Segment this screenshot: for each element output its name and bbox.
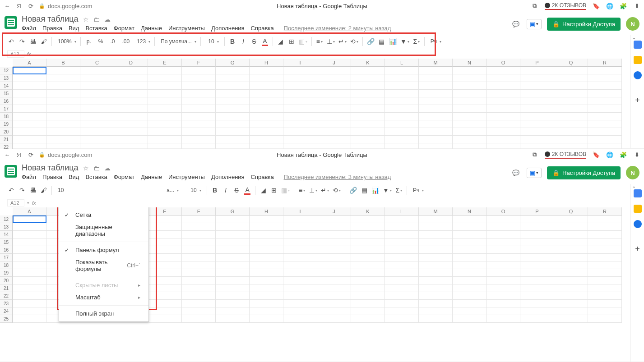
cell[interactable] [486, 120, 520, 128]
cell[interactable] [148, 113, 182, 120]
cell[interactable] [588, 307, 622, 315]
cell[interactable] [13, 223, 46, 231]
cell[interactable] [486, 292, 520, 300]
menu-вид[interactable]: Вид [69, 174, 79, 180]
cell[interactable] [453, 315, 486, 323]
cell[interactable] [351, 120, 385, 128]
cell[interactable] [486, 315, 520, 323]
cell[interactable] [250, 269, 283, 277]
cell[interactable] [588, 292, 622, 300]
cell[interactable] [216, 136, 250, 143]
input-method-dropdown[interactable]: Рч [410, 185, 425, 196]
url-box[interactable]: 🔒 docs.google.com [39, 3, 92, 9]
cell[interactable] [554, 113, 588, 120]
reviews-badge[interactable]: 2К ОТЗЫВОВ [545, 2, 586, 10]
extension-icon[interactable]: 🧩 [620, 151, 627, 158]
cell[interactable] [351, 74, 385, 82]
cell[interactable] [554, 246, 588, 254]
cell[interactable] [385, 143, 419, 149]
format-percent-button[interactable]: % [95, 36, 107, 47]
cell[interactable] [385, 215, 419, 223]
cell[interactable] [554, 128, 588, 136]
cell[interactable] [351, 143, 385, 149]
col-header[interactable]: I [283, 59, 317, 67]
cell[interactable] [588, 143, 622, 149]
rotate-dropdown[interactable]: ⟲ [331, 185, 342, 196]
menu-item-zoom[interactable]: Масштаб▸ [59, 291, 148, 303]
cell[interactable] [588, 300, 622, 307]
cell[interactable] [351, 113, 385, 120]
row-header[interactable]: 17 [0, 105, 13, 113]
cell[interactable] [216, 284, 250, 292]
cell[interactable] [114, 82, 148, 90]
undo-button[interactable]: ↶ [6, 185, 16, 196]
cell[interactable] [520, 254, 554, 261]
download-icon[interactable]: ⬇ [633, 151, 640, 158]
col-header[interactable]: P [520, 59, 554, 67]
cell[interactable] [385, 128, 419, 136]
halign-dropdown[interactable]: ≡ [297, 185, 307, 196]
menu-справка[interactable]: Справка [251, 25, 274, 32]
menu-инструменты[interactable]: Инструменты [168, 25, 205, 32]
fill-color-button[interactable]: ◢ [258, 185, 268, 196]
row-header[interactable]: 15 [0, 238, 13, 246]
cell[interactable] [13, 307, 46, 315]
cell[interactable] [182, 307, 216, 315]
cell[interactable] [453, 307, 486, 315]
cell[interactable] [317, 269, 351, 277]
cell[interactable] [453, 261, 486, 269]
cell[interactable] [554, 82, 588, 90]
cell[interactable] [588, 128, 622, 136]
cell[interactable] [148, 82, 182, 90]
cell[interactable] [148, 120, 182, 128]
cell[interactable] [46, 105, 80, 113]
cell[interactable] [453, 284, 486, 292]
cell[interactable] [317, 277, 351, 284]
cell[interactable] [250, 97, 283, 105]
back-icon[interactable]: ← [4, 151, 11, 158]
cell[interactable] [250, 90, 283, 97]
cell[interactable] [250, 300, 283, 307]
link-button[interactable]: 🔗 [366, 36, 376, 47]
cell[interactable] [419, 143, 453, 149]
globe-icon[interactable]: 🌐 [606, 151, 613, 158]
cell[interactable] [250, 105, 283, 113]
cell[interactable] [588, 215, 622, 223]
cell[interactable] [13, 120, 46, 128]
cell[interactable] [554, 315, 588, 323]
yandex-icon[interactable]: Я [15, 151, 23, 158]
cell[interactable] [520, 246, 554, 254]
cell[interactable] [419, 215, 453, 223]
cell[interactable] [182, 120, 216, 128]
redo-button[interactable]: ↷ [17, 185, 27, 196]
chart-button[interactable]: 📊 [370, 185, 380, 196]
font-size-dropdown[interactable]: 10 [204, 36, 222, 47]
cell[interactable] [317, 261, 351, 269]
row-header[interactable]: 18 [0, 113, 13, 120]
cell[interactable] [419, 82, 453, 90]
cell[interactable] [216, 120, 250, 128]
cell[interactable] [317, 238, 351, 246]
cell[interactable] [385, 292, 419, 300]
cell[interactable] [182, 136, 216, 143]
cell[interactable] [520, 97, 554, 105]
cell[interactable] [317, 97, 351, 105]
cell[interactable] [250, 277, 283, 284]
cell[interactable] [13, 113, 46, 120]
cell[interactable] [250, 284, 283, 292]
cell[interactable] [419, 74, 453, 82]
col-header[interactable]: E [148, 59, 182, 67]
col-header[interactable]: G [216, 207, 250, 215]
col-header[interactable]: A [13, 207, 46, 215]
italic-button[interactable]: I [221, 185, 231, 196]
cell[interactable] [148, 231, 182, 238]
cell[interactable] [148, 254, 182, 261]
cell[interactable] [453, 82, 486, 90]
cell[interactable] [419, 128, 453, 136]
tasks-icon[interactable] [634, 71, 642, 79]
font-dropdown[interactable]: а... [163, 185, 180, 196]
cell[interactable] [554, 223, 588, 231]
filter-dropdown[interactable]: ▼ [399, 36, 411, 47]
menu-вставка[interactable]: Вставка [85, 25, 107, 32]
present-button[interactable]: ▣▾ [527, 168, 542, 178]
